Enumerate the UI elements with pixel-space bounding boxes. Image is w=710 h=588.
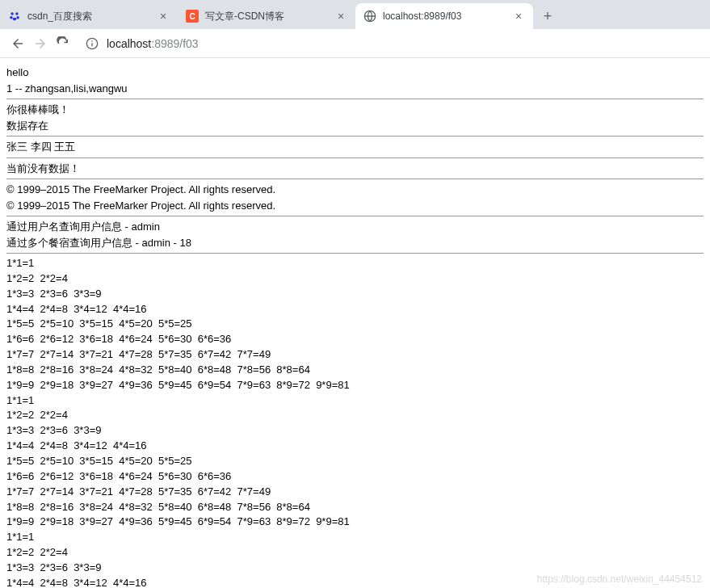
globe-icon [363, 10, 376, 23]
text-copyright1: © 1999–2015 The FreeMarker Project. All … [6, 182, 704, 198]
text-query1: 通过用户名查询用户信息 - admin [6, 219, 704, 235]
close-icon[interactable]: × [512, 10, 525, 23]
url-path: :8989/f03 [151, 37, 198, 50]
new-tab-button[interactable]: + [536, 5, 559, 27]
mult-row: 1*9=9 2*9=18 3*9=27 4*9=36 5*9=45 6*9=54… [6, 378, 704, 393]
svg-point-3 [16, 16, 19, 19]
tab-csdn[interactable]: C 写文章-CSDN博客 × [178, 3, 355, 29]
mult-row: 1*7=7 2*7=14 3*7=21 4*7=28 5*7=35 6*7=42… [6, 485, 704, 500]
text-names: 张三 李四 王五 [6, 139, 704, 155]
close-icon[interactable]: × [157, 10, 170, 23]
divider [6, 216, 704, 216]
close-icon[interactable]: × [334, 10, 347, 23]
svg-point-1 [15, 12, 19, 15]
text-no-data: 当前没有数据！ [6, 161, 704, 177]
address-bar[interactable]: localhost:8989/f03 [84, 32, 704, 55]
mult-row: 1*2=2 2*2=4 [6, 271, 704, 287]
back-button[interactable] [6, 32, 29, 55]
baidu-icon [8, 10, 21, 23]
tab-title: localhost:8989/f03 [383, 10, 512, 22]
reload-button[interactable] [52, 32, 74, 55]
divider [6, 178, 704, 179]
info-icon[interactable] [84, 36, 100, 52]
url-host: localhost [107, 37, 151, 50]
tab-title: csdn_百度搜索 [27, 10, 157, 23]
mult-row: 1*5=5 2*5=10 3*5=15 4*5=20 5*5=25 [6, 317, 704, 332]
watermark: https://blog.csdn.net/weixin_44454512 [537, 573, 702, 585]
mult-row: 1*3=3 2*3=6 3*3=9 [6, 423, 704, 439]
mult-row: 1*2=2 2*2=4 [6, 408, 704, 423]
text-line1: 1 -- zhangsan,lisi,wangwu [6, 81, 704, 97]
svg-point-8 [91, 40, 93, 42]
text-data-exist: 数据存在 [6, 118, 704, 134]
toolbar: localhost:8989/f03 [0, 29, 710, 58]
mult-row: 1*9=9 2*9=18 3*9=27 4*9=36 5*9=45 6*9=54… [6, 514, 704, 530]
mult-row: 1*8=8 2*8=16 3*8=24 4*8=32 5*8=40 6*8=48… [6, 363, 704, 378]
mult-row: 1*2=2 2*2=4 [6, 545, 704, 561]
text-query2: 通过多个餐宿查询用户信息 - admin - 18 [6, 235, 704, 251]
text-praise: 你很棒棒哦！ [6, 102, 704, 118]
mult-row: 1*7=7 2*7=14 3*7=21 4*7=28 5*7=35 6*7=42… [6, 347, 704, 363]
text-hello: hello [6, 65, 704, 81]
divider [6, 253, 704, 254]
divider [6, 136, 704, 136]
tab-baidu[interactable]: csdn_百度搜索 × [0, 3, 178, 29]
mult-row: 1*1=1 [6, 256, 704, 271]
mult-row: 1*4=4 2*4=8 3*4=12 4*4=16 [6, 439, 704, 454]
svg-point-0 [11, 12, 14, 15]
mult-row: 1*6=6 2*6=12 3*6=18 4*6=24 5*6=30 6*6=36 [6, 332, 704, 347]
svg-point-2 [10, 16, 12, 19]
mult-row: 1*6=6 2*6=12 3*6=18 4*6=24 5*6=30 6*6=36 [6, 469, 704, 485]
forward-button[interactable] [29, 32, 52, 55]
mult-row: 1*8=8 2*8=16 3*8=24 4*8=32 5*8=40 6*8=48… [6, 500, 704, 515]
mult-row: 1*1=1 [6, 530, 704, 545]
svg-point-4 [13, 18, 17, 21]
mult-row: 1*5=5 2*5=10 3*5=15 4*5=20 5*5=25 [6, 454, 704, 469]
divider [6, 99, 704, 99]
mult-row: 1*3=3 2*3=6 3*3=9 [6, 287, 704, 302]
tab-title: 写文章-CSDN博客 [205, 10, 334, 23]
url-text: localhost:8989/f03 [107, 37, 199, 50]
tab-bar: csdn_百度搜索 × C 写文章-CSDN博客 × localhost:898… [0, 0, 710, 29]
tab-localhost[interactable]: localhost:8989/f03 × [355, 3, 533, 29]
mult-row: 1*1=1 [6, 393, 704, 409]
divider [6, 158, 704, 158]
mult-row: 1*4=4 2*4=8 3*4=12 4*4=16 [6, 302, 704, 317]
multiplication-table: 1*1=11*2=2 2*2=41*3=3 2*3=6 3*3=91*4=4 2… [6, 256, 704, 588]
page-content: hello 1 -- zhangsan,lisi,wangwu 你很棒棒哦！ 数… [0, 58, 710, 588]
text-copyright2: © 1999–2015 The FreeMarker Project. All … [6, 198, 704, 214]
csdn-icon: C [186, 10, 199, 23]
